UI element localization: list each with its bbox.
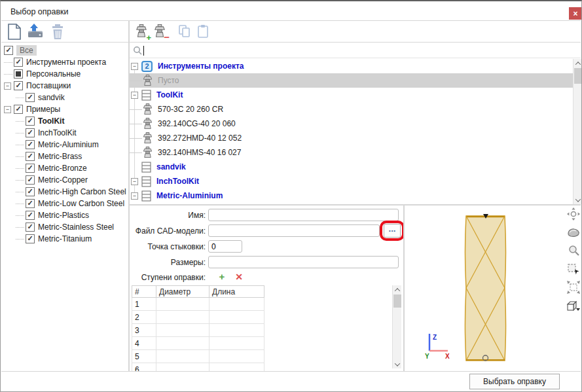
catalog-row[interactable]: Пусто [130,73,573,88]
tree-row[interactable]: ✓Metric-High Carbon Steel [1,186,128,198]
add-holder-button[interactable]: + [133,23,150,40]
checkbox[interactable]: ✓ [26,152,35,161]
table-cell[interactable] [156,363,209,372]
remove-step-button[interactable]: ✕ [234,272,244,282]
copy-button[interactable] [176,23,193,40]
tree-row[interactable]: ✓Metric-Stainless Steel [1,221,128,233]
table-cell[interactable] [209,363,264,372]
checkbox[interactable]: ✓ [26,116,35,126]
catalog-row[interactable]: 392.140CG-40 20 060 [130,116,573,131]
scroll-up-icon[interactable] [573,59,582,67]
catalog-row[interactable]: 570-3C 20 260 CR [130,102,573,116]
tree-row[interactable]: −✓Поставщики [1,80,128,92]
collapse-expander-icon[interactable]: − [131,63,138,70]
checkbox[interactable]: ✓ [4,46,13,55]
checkbox[interactable]: ✓ [26,164,35,173]
tree-row[interactable]: ✓sandvik [1,92,128,103]
collapse-expander-icon[interactable]: − [131,178,138,185]
table-row[interactable]: 1 [132,298,264,311]
model-viewport[interactable]: Z Y X [405,205,582,371]
checkbox[interactable]: ✓ [26,199,35,208]
catalog-row[interactable]: sandvik [130,160,573,174]
steps-table[interactable]: #ДиаметрДлина 123456 [132,285,264,371]
checkbox[interactable]: ✓ [26,234,35,243]
tree-row[interactable]: Персональные [1,68,128,80]
remove-holder-button[interactable]: − [151,23,168,40]
tree-row[interactable]: ✓Metric-Brass [1,151,128,162]
tree-row[interactable]: ✓Metric-Bronze [1,162,128,174]
checkbox[interactable]: ✓ [26,140,35,149]
new-document-button[interactable] [6,23,23,40]
tree-row[interactable]: ✓ToolKit [1,115,128,127]
tree-row[interactable]: ✓Metric-Aluminium [1,139,128,151]
catalog-row[interactable]: −ToolKit [130,88,573,102]
scrollbar-thumb[interactable] [393,294,401,308]
table-cell[interactable] [209,324,264,337]
table-cell[interactable] [209,311,264,324]
table-cell[interactable] [209,337,264,350]
table-cell[interactable]: 5 [132,350,156,363]
table-cell[interactable] [156,337,209,350]
zoom-window-button[interactable] [566,262,581,276]
zoom-fit-button[interactable] [566,280,581,294]
catalog-row[interactable]: −2Инструменты проекта [130,59,573,73]
tree-row[interactable]: ✓InchToolKit [1,127,128,139]
checkbox[interactable]: ✓ [26,93,35,102]
table-cell[interactable] [209,350,264,363]
table-cell[interactable] [156,298,209,311]
scrollbar-thumb[interactable] [574,68,582,84]
browse-button[interactable]: ... [384,224,401,238]
table-row[interactable]: 3 [132,324,264,337]
table-cell[interactable] [156,311,209,324]
tree-row[interactable]: ✓Metric-Low Carbon Steel [1,198,128,209]
close-button[interactable]: × [569,7,582,20]
checkbox[interactable]: ✓ [26,223,35,232]
import-button[interactable] [27,23,44,40]
tree-row[interactable]: ✓Все [1,45,128,56]
checkbox[interactable]: ✓ [14,81,23,90]
shaded-view-button[interactable] [566,225,581,239]
table-cell[interactable] [156,350,209,363]
name-input[interactable] [208,209,399,221]
table-row[interactable]: 6 [132,363,264,372]
table-cell[interactable]: 6 [132,363,156,372]
orbit-button[interactable] [566,207,581,221]
tree-row[interactable]: ✓Metric-Copper [1,174,128,186]
collapse-expander-icon[interactable]: − [131,92,138,99]
tree-row[interactable]: ✓Инструменты проекта [1,56,128,68]
table-cell[interactable]: 1 [132,298,156,311]
catalog-row[interactable]: 392.272HMD-40 12 052 [130,131,573,145]
catalog-row[interactable]: −Metric-Aluminium [130,188,573,203]
table-cell[interactable] [209,298,264,311]
checkbox[interactable]: ✓ [14,105,23,114]
title-bar[interactable]: Выбор оправки × [1,3,581,20]
table-row[interactable]: 2 [132,311,264,324]
checkbox[interactable]: ✓ [26,211,35,220]
scroll-down-icon[interactable] [393,360,402,368]
scroll-up-icon[interactable] [393,285,402,294]
paste-button[interactable] [194,23,211,40]
catalog-scrollbar[interactable] [573,59,582,204]
scroll-down-icon[interactable] [573,196,582,204]
table-cell[interactable]: 4 [132,337,156,350]
tree-row[interactable]: ✓Metric-Titanium [1,233,128,245]
search-input[interactable] [144,45,578,56]
table-cell[interactable]: 3 [132,324,156,337]
checkbox[interactable] [14,69,23,79]
zoom-button[interactable] [566,243,581,257]
dimensions-input[interactable] [208,256,399,268]
catalog-row[interactable]: 392.140HMS-40 16 027 [130,145,573,160]
add-step-button[interactable]: + [217,272,227,282]
view-cube-button[interactable] [566,298,581,312]
tree-row[interactable]: −✓Примеры [1,103,128,115]
table-cell[interactable] [156,324,209,337]
select-holder-button[interactable]: Выбрать оправку [469,374,560,389]
tree-row[interactable]: ✓Metric-Plastics [1,209,128,221]
table-row[interactable]: 5 [132,350,264,363]
collapse-expander-icon[interactable]: − [4,106,11,113]
catalog-row[interactable]: −InchToolKit [130,174,573,188]
table-scrollbar[interactable] [392,285,401,368]
checkbox[interactable]: ✓ [26,128,35,137]
delete-button[interactable] [49,23,66,40]
cad-file-input[interactable] [208,224,380,237]
